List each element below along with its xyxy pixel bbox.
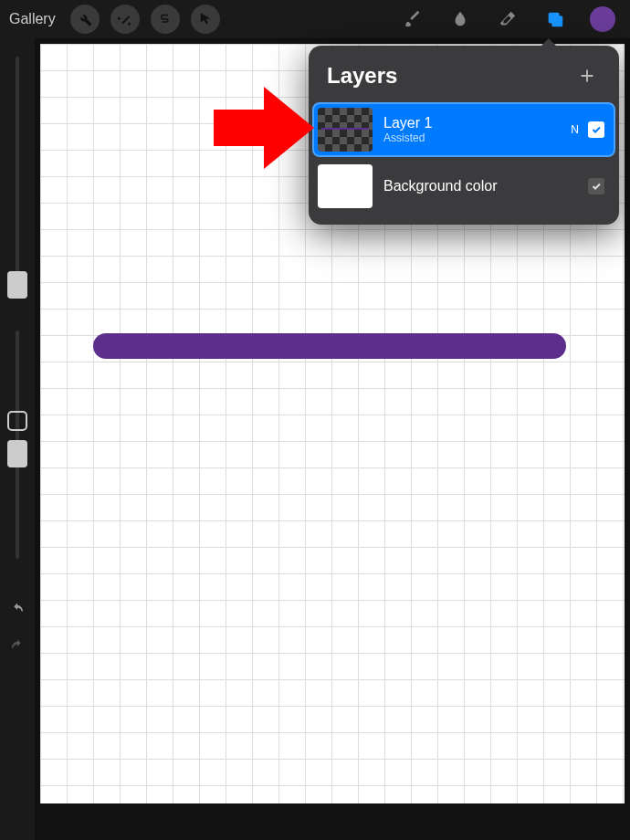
top-toolbar: Gallery: [0, 0, 630, 38]
drawn-stroke: [93, 333, 566, 359]
layer-visibility-checkbox[interactable]: [588, 121, 604, 138]
color-picker-button[interactable]: [584, 1, 621, 37]
transform-button[interactable]: [191, 5, 220, 34]
wrench-icon: [77, 11, 93, 27]
undo-icon: [9, 602, 26, 618]
undo-button[interactable]: [7, 600, 27, 620]
blend-mode-label[interactable]: N: [571, 123, 579, 136]
eraser-icon: [498, 9, 518, 29]
layer-row[interactable]: Background color: [314, 161, 614, 212]
layers-panel: Layers Layer 1 Assisted N Background col…: [309, 46, 619, 225]
adjustments-button[interactable]: [110, 5, 140, 34]
actions-button[interactable]: [70, 5, 100, 34]
layer-subtitle-label: Assisted: [383, 131, 571, 144]
add-layer-button[interactable]: [573, 62, 601, 89]
layer-visibility-checkbox[interactable]: [588, 178, 604, 194]
redo-icon: [9, 638, 26, 655]
svg-rect-1: [551, 16, 562, 26]
cursor-arrow-icon: [197, 11, 214, 27]
layer-info: Background color: [383, 178, 588, 194]
paintbrush-icon: [403, 9, 423, 29]
layers-button[interactable]: [537, 1, 573, 37]
layer-thumbnail[interactable]: [318, 108, 373, 152]
layer-name-label: Background color: [383, 178, 588, 194]
brush-size-slider-handle[interactable]: [7, 271, 27, 299]
smudge-icon: [450, 9, 470, 29]
current-color-swatch: [590, 6, 615, 32]
check-icon: [591, 181, 602, 192]
gallery-button[interactable]: Gallery: [9, 11, 56, 27]
selection-s-icon: [157, 11, 173, 27]
brush-button[interactable]: [394, 1, 431, 37]
layer-name-label: Layer 1: [383, 115, 571, 131]
layers-panel-title: Layers: [327, 63, 397, 89]
layers-panel-header: Layers: [309, 46, 619, 102]
layer-thumbnail[interactable]: [318, 164, 373, 208]
opacity-slider-handle[interactable]: [7, 440, 27, 467]
layers-icon: [545, 9, 565, 29]
selection-button[interactable]: [151, 5, 180, 34]
layer-row-selected[interactable]: Layer 1 Assisted N: [312, 102, 615, 157]
eraser-button[interactable]: [489, 1, 526, 37]
left-sidebar: [0, 38, 35, 840]
magic-wand-icon: [117, 11, 133, 27]
brush-size-slider-track: [16, 57, 19, 285]
check-icon: [591, 124, 602, 135]
redo-button[interactable]: [7, 636, 27, 656]
modify-button[interactable]: [7, 411, 27, 431]
smudge-button[interactable]: [442, 1, 478, 37]
plus-icon: [577, 66, 597, 86]
layer-info: Layer 1 Assisted: [383, 115, 571, 144]
